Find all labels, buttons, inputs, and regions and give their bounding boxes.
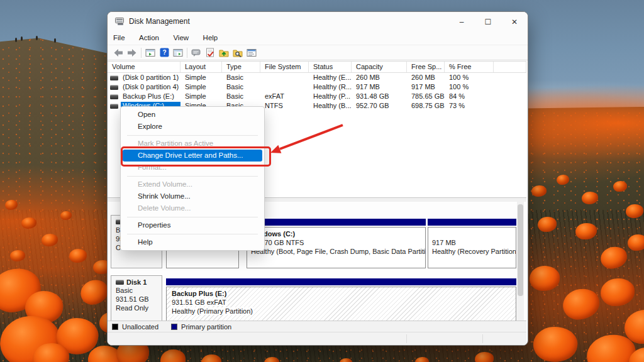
close-button[interactable]: ✕: [504, 14, 525, 30]
cell-free: 260 MB: [407, 73, 445, 82]
menu-separator: [127, 217, 258, 217]
title-bar[interactable]: Disk Management – ☐ ✕: [108, 12, 528, 31]
cell-status: Healthy (B...: [309, 101, 352, 111]
partition-color-bar: [166, 278, 516, 285]
poppy-flower: [475, 352, 494, 362]
cell-pct-free: 84 %: [445, 92, 494, 101]
status-bar: [108, 332, 526, 345]
column-header-volume[interactable]: Volume: [108, 62, 180, 72]
forward-arrow-icon[interactable]: [125, 47, 139, 59]
menu-action[interactable]: Action: [133, 31, 165, 45]
legend-bar: Unallocated Primary partition: [108, 321, 526, 332]
cell-type: Basic: [222, 92, 260, 101]
scrollbar-thumb[interactable]: [518, 204, 523, 296]
window-title: Disk Management: [129, 12, 190, 31]
disk1-name: Disk 1: [126, 278, 147, 286]
column-header-type[interactable]: Type: [222, 62, 260, 72]
cell-capacity: 952.70 GB: [352, 101, 407, 111]
volume-list-header: Volume Layout Type File System Status Ca…: [108, 62, 526, 73]
cell-status: Healthy (P...: [309, 92, 352, 101]
annotation-highlight-box: [121, 146, 271, 167]
help-icon[interactable]: ?: [157, 47, 171, 59]
menu-item-extend-volume[interactable]: Extend Volume...: [123, 178, 262, 190]
unallocated-swatch: [112, 324, 118, 330]
partition-color-bar: [247, 219, 426, 226]
poppy-flower: [415, 357, 429, 362]
menu-file[interactable]: File: [108, 31, 131, 45]
partition-size-line: 931.51 GB exFAT: [170, 299, 228, 306]
back-arrow-icon[interactable]: [111, 47, 125, 59]
context-menu: Open Explore Mark Partition as Active Ch…: [120, 106, 265, 251]
disk-management-app-icon: [115, 17, 126, 26]
menu-item-open[interactable]: Open: [123, 109, 262, 121]
svg-text:?: ?: [162, 49, 166, 56]
cell-free: 785.65 GB: [407, 92, 445, 101]
volume-name: (Disk 0 partition 1): [121, 74, 180, 82]
cell-capacity: 931.48 GB: [352, 92, 407, 101]
cell-free: 917 MB: [407, 82, 445, 92]
table-row[interactable]: (Disk 0 partition 1) Simple Basic Health…: [108, 73, 526, 82]
cell-pct-free: 100 %: [445, 73, 494, 82]
poppy-flower: [264, 357, 279, 362]
partition-size-line: 952.70 GB NTFS: [251, 238, 425, 247]
partition-color-bar: [428, 219, 516, 226]
column-header-pct-free[interactable]: % Free: [445, 62, 494, 72]
console-window-icon[interactable]: [143, 47, 157, 59]
toolbar-separator: [141, 48, 142, 58]
disk0-partition-c[interactable]: Windows (C:) 952.70 GB NTFS Healthy (Boo…: [247, 219, 426, 268]
minimize-button[interactable]: –: [451, 14, 472, 30]
volume-icon: [110, 94, 118, 99]
toolbar-separator: [187, 48, 187, 58]
partition-status-line: Healthy (Boot, Page File, Crash Dump, Ba…: [251, 247, 425, 256]
partition-status-line: Healthy (Recovery Partition): [432, 247, 516, 256]
show-console-tree-icon[interactable]: [171, 47, 185, 59]
menu-item-explore[interactable]: Explore: [123, 121, 262, 133]
export-list-icon[interactable]: [217, 47, 231, 59]
volume-name: Backup Plus (E:): [121, 92, 176, 101]
disk1-type: Basic: [116, 286, 162, 295]
poppy-flower: [340, 358, 352, 362]
volume-icon: [110, 85, 118, 90]
partition-status-line: Healthy (Primary Partition): [170, 307, 254, 315]
column-header-free-space[interactable]: Free Sp...: [407, 62, 445, 72]
cell-layout: Simple: [180, 73, 222, 82]
hiker-silhouette: [36, 36, 38, 40]
poppy-flower: [628, 234, 644, 251]
maximize-button[interactable]: ☐: [477, 14, 499, 30]
find-icon[interactable]: [231, 47, 245, 59]
menu-bar: File Action View Help: [108, 31, 528, 45]
disk-icon: [116, 280, 124, 285]
volume-icon: [110, 104, 118, 109]
partition-size-line: 917 MB: [432, 238, 516, 247]
disk0-partition-recovery[interactable]: 917 MB Healthy (Recovery Partition): [428, 219, 516, 268]
cell-type: Basic: [222, 82, 260, 92]
vertical-scrollbar[interactable]: [517, 202, 524, 331]
volume-name: (Disk 0 partition 4): [121, 83, 180, 91]
menu-item-shrink-volume[interactable]: Shrink Volume...: [123, 190, 262, 202]
cell-layout: Simple: [180, 82, 222, 92]
menu-separator: [127, 135, 258, 136]
menu-item-help[interactable]: Help: [123, 236, 262, 248]
disk1-size: 931.51 GB: [116, 295, 162, 304]
disk1-status: Read Only: [116, 304, 162, 312]
properties-icon[interactable]: [245, 47, 258, 59]
menu-item-properties[interactable]: Properties: [123, 219, 262, 231]
menu-help[interactable]: Help: [197, 31, 224, 45]
menu-item-delete-volume[interactable]: Delete Volume...: [123, 202, 262, 214]
menu-view[interactable]: View: [167, 31, 194, 45]
cell-free: 698.75 GB: [407, 101, 445, 111]
cell-capacity: 917 MB: [352, 82, 407, 92]
cell-type: Basic: [222, 73, 260, 82]
action-pane-icon[interactable]: [189, 47, 203, 59]
table-row[interactable]: (Disk 0 partition 4) Simple Basic Health…: [108, 82, 526, 92]
column-header-capacity[interactable]: Capacity: [352, 62, 407, 72]
column-header-blank[interactable]: [494, 62, 526, 72]
hiker-silhouette: [21, 36, 23, 41]
cell-fs: NTFS: [260, 101, 309, 111]
column-header-status[interactable]: Status: [309, 62, 352, 72]
column-header-layout[interactable]: Layout: [180, 62, 222, 72]
column-header-file-system[interactable]: File System: [260, 62, 309, 72]
table-row[interactable]: Backup Plus (E:) Simple Basic exFAT Heal…: [108, 92, 526, 101]
checklist-icon[interactable]: [203, 47, 217, 59]
menu-separator: [127, 176, 258, 177]
